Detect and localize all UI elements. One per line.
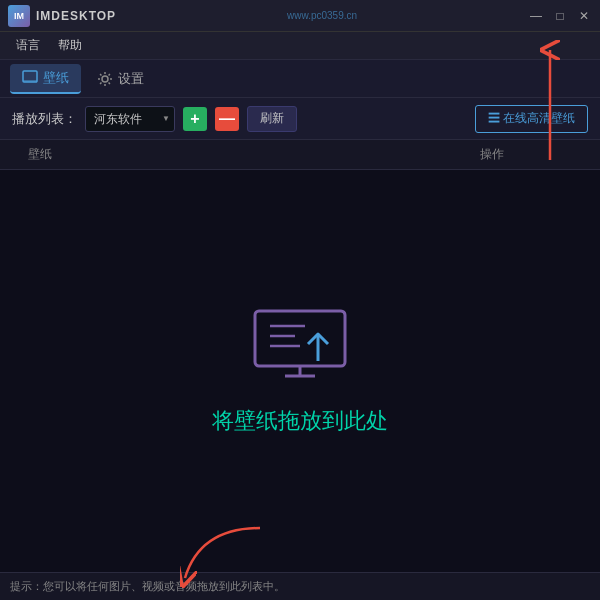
drop-zone-icon xyxy=(250,306,350,386)
watermark-area: www.pc0359.cn xyxy=(116,10,528,21)
maximize-button[interactable]: □ xyxy=(552,8,568,24)
toolbar: 播放列表： 河东软件 + — 刷新 ☰ 在线高清壁纸 xyxy=(0,98,600,140)
svg-rect-1 xyxy=(23,80,37,82)
tab-settings[interactable]: 设置 xyxy=(85,65,156,93)
col-wallpaper-header: 壁纸 xyxy=(8,146,392,163)
settings-icon xyxy=(97,71,113,87)
playlist-select[interactable]: 河东软件 xyxy=(85,106,175,132)
menu-bar: 语言 帮助 xyxy=(0,32,600,60)
remove-playlist-button[interactable]: — xyxy=(215,107,239,131)
playlist-label: 播放列表： xyxy=(12,110,77,128)
title-bar-left: IM IMDESKTOP xyxy=(8,5,116,27)
add-playlist-button[interactable]: + xyxy=(183,107,207,131)
svg-rect-3 xyxy=(255,311,345,366)
refresh-button[interactable]: 刷新 xyxy=(247,106,297,132)
svg-point-2 xyxy=(102,76,108,82)
app-logo: IM xyxy=(8,5,30,27)
table-header: 壁纸 操作 xyxy=(0,140,600,170)
close-button[interactable]: ✕ xyxy=(576,8,592,24)
drop-zone-text: 将壁纸拖放到此处 xyxy=(212,406,388,436)
wallpaper-icon xyxy=(22,70,38,86)
tab-wallpaper[interactable]: 壁纸 xyxy=(10,64,81,94)
title-bar: IM IMDESKTOP www.pc0359.cn — □ ✕ xyxy=(0,0,600,32)
menu-help[interactable]: 帮助 xyxy=(50,34,90,57)
watermark: www.pc0359.cn xyxy=(287,10,357,21)
playlist-select-wrapper: 河东软件 xyxy=(85,106,175,132)
tab-settings-label: 设置 xyxy=(118,70,144,88)
app-window: IM IMDESKTOP www.pc0359.cn — □ ✕ 语言 帮助 壁… xyxy=(0,0,600,600)
nav-tabs: 壁纸 设置 xyxy=(0,60,600,98)
arrow-annotation-top xyxy=(530,40,570,174)
app-title: IMDESKTOP xyxy=(36,9,116,23)
arrow-annotation-bottom xyxy=(180,523,280,597)
window-controls: — □ ✕ xyxy=(528,8,592,24)
tab-wallpaper-label: 壁纸 xyxy=(43,69,69,87)
menu-language[interactable]: 语言 xyxy=(8,34,48,57)
minimize-button[interactable]: — xyxy=(528,8,544,24)
hint-bar: 提示：您可以将任何图片、视频或音频拖放到此列表中。 xyxy=(0,572,600,600)
drop-zone[interactable]: 将壁纸拖放到此处 xyxy=(0,170,600,572)
